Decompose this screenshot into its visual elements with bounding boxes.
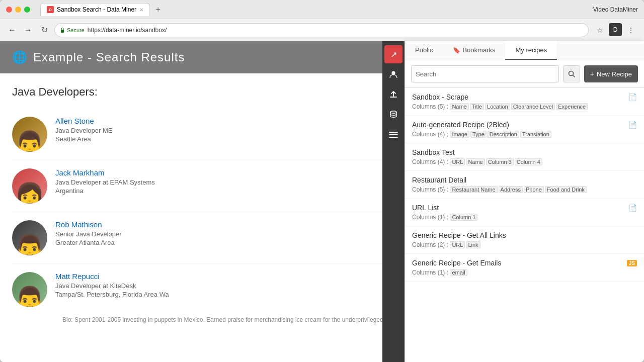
recipe-name: Auto-generated Recipe (2Bled) <box>412 121 509 129</box>
bookmark-icon[interactable]: 📄 <box>628 93 637 101</box>
recipe-item[interactable]: Generic Recipe - Get Emails JS Columns (… <box>405 254 644 282</box>
refresh-button[interactable]: ↻ <box>38 24 50 36</box>
address-bar[interactable]: Secure https://data-miner.io/sandbox/ <box>54 23 589 37</box>
sidebar-arrow-button[interactable]: ↗ <box>384 45 403 63</box>
avatar: 👨 <box>12 117 47 152</box>
tab-bar: D Sandbox Search - Data Miner ✕ + <box>40 3 164 16</box>
sidebar-strip: ↗ <box>382 41 405 362</box>
bookmark-icon[interactable]: 📄 <box>628 121 637 129</box>
recipe-columns: Columns (1) : Column 1 <box>412 214 637 221</box>
tab-bookmarks[interactable]: 🔖 Bookmarks <box>443 41 505 60</box>
new-tab-button[interactable]: + <box>152 4 164 16</box>
svg-rect-0 <box>61 30 64 33</box>
sidebar-database-button[interactable] <box>384 106 403 124</box>
forward-button[interactable]: → <box>22 24 34 36</box>
js-badge: JS <box>627 260 637 266</box>
recipe-name: Sandbox Test <box>412 148 455 156</box>
svg-point-1 <box>392 71 395 75</box>
recipe-columns: Columns (2) : URLLink <box>412 241 637 248</box>
recipe-columns: Columns (5) : NameTitleLocationClearance… <box>412 103 637 110</box>
maximize-button[interactable] <box>24 7 30 13</box>
recipe-name: Generic Recipe - Get All Links <box>412 231 506 239</box>
browser-frame: D Sandbox Search - Data Miner ✕ + Video … <box>0 0 644 362</box>
active-tab[interactable]: D Sandbox Search - Data Miner ✕ <box>40 3 150 16</box>
bookmark-star-button[interactable]: ☆ <box>593 23 607 37</box>
recipe-columns: Columns (4) : ImageTypeDescriptionTransl… <box>412 131 637 138</box>
menu-button[interactable]: ⋮ <box>624 23 638 37</box>
search-input[interactable] <box>411 65 559 82</box>
close-button[interactable] <box>6 7 12 13</box>
bookmark-icon[interactable]: 📄 <box>628 204 637 212</box>
recipe-columns: Columns (4) : URLNameColumn 3Column 4 <box>412 158 637 165</box>
page-header-title: Example - Search Results <box>33 50 185 64</box>
sidebar-menu-button[interactable] <box>384 126 403 144</box>
recipe-item[interactable]: Sandbox Test Columns (4) : URLNameColumn… <box>405 143 644 171</box>
recipe-item-header: Generic Recipe - Get Emails JS <box>412 259 637 267</box>
browser-navbar: ← → ↻ Secure https://data-miner.io/sandb… <box>0 19 644 41</box>
recipe-name: Restaurant Detail <box>412 176 466 184</box>
search-row: + New Recipe <box>405 60 644 88</box>
recipe-columns: Columns (1) : email <box>412 269 637 276</box>
recipe-item[interactable]: Restaurant Detail Columns (5) : Restaura… <box>405 171 644 199</box>
tab-close-button[interactable]: ✕ <box>139 7 143 13</box>
avatar: 👩 <box>12 168 47 204</box>
search-button[interactable] <box>563 65 580 82</box>
recipe-item-header: Generic Recipe - Get All Links <box>412 231 637 239</box>
tab-public[interactable]: Public <box>405 41 443 60</box>
recipe-name: URL List <box>412 204 439 212</box>
recipe-item-header: Restaurant Detail <box>412 176 637 184</box>
main-area: 🌐 Example - Search Results Java Develope… <box>0 41 644 362</box>
recipe-item-header: Sandbox - Scrape 📄 <box>412 93 637 101</box>
recipe-item[interactable]: URL List 📄 Columns (1) : Column 1 <box>405 199 644 226</box>
sidebar-profile-button[interactable] <box>384 65 403 83</box>
new-recipe-button[interactable]: + New Recipe <box>584 65 638 82</box>
back-button[interactable]: ← <box>6 24 18 36</box>
recipe-item[interactable]: Generic Recipe - Get All Links Columns (… <box>405 226 644 254</box>
secure-badge: Secure <box>60 27 85 33</box>
tab-favicon: D <box>47 6 54 13</box>
recipe-name: Generic Recipe - Get Emails <box>412 259 501 267</box>
recipe-item-header: Sandbox Test <box>412 148 637 156</box>
recipe-columns: Columns (5) : Restaurant NameAddressPhon… <box>412 186 637 193</box>
panel-tabs: Public 🔖 Bookmarks My recipes <box>405 41 644 60</box>
minimize-button[interactable] <box>15 7 21 13</box>
recipe-panel: Public 🔖 Bookmarks My recipes <box>405 41 644 362</box>
sidebar-upload-button[interactable] <box>384 85 403 104</box>
browser-title: Video DataMiner <box>593 6 638 13</box>
recipe-list: Sandbox - Scrape 📄 Columns (5) : NameTit… <box>405 88 644 362</box>
tab-label: Sandbox Search - Data Miner <box>57 6 136 13</box>
extension-button[interactable]: D <box>609 23 622 36</box>
browser-titlebar: D Sandbox Search - Data Miner ✕ + Video … <box>0 0 644 19</box>
recipe-item[interactable]: Auto-generated Recipe (2Bled) 📄 Columns … <box>405 116 644 143</box>
recipe-item-header: Auto-generated Recipe (2Bled) 📄 <box>412 121 637 129</box>
traffic-lights <box>6 7 30 13</box>
avatar: 👨 <box>12 220 47 255</box>
recipe-item[interactable]: Sandbox - Scrape 📄 Columns (5) : NameTit… <box>405 88 644 116</box>
nav-icons: ☆ D ⋮ <box>593 23 638 37</box>
recipe-item-header: URL List 📄 <box>412 204 637 212</box>
url-text: https://data-miner.io/sandbox/ <box>88 27 167 34</box>
svg-point-2 <box>390 111 396 113</box>
tab-my-recipes[interactable]: My recipes <box>505 41 557 60</box>
avatar: 👨 <box>12 272 47 307</box>
search-input-wrap <box>411 65 559 82</box>
globe-icon: 🌐 <box>12 50 27 64</box>
sidebar-overlay: ↗ <box>382 41 644 362</box>
recipe-name: Sandbox - Scrape <box>412 93 468 101</box>
